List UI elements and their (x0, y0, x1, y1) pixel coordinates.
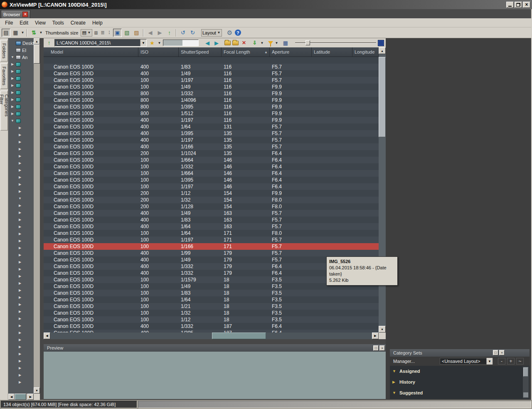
tree-expand-arrow-icon[interactable]: ▶ (18, 126, 22, 130)
scroll-right-icon[interactable]: ▶ (372, 333, 379, 339)
preview-panel-header[interactable]: Preview □ × (44, 344, 386, 352)
tree-expand-arrow-icon[interactable]: ▶ (18, 260, 22, 264)
up-directory-icon[interactable]: ↑ (165, 29, 174, 37)
settings-gear-icon[interactable]: ⚙ (225, 29, 234, 37)
category-sets-scrollbar[interactable] (523, 367, 529, 398)
table-row[interactable]: Canon EOS 100D2001/32154F8.0 (44, 197, 379, 203)
float-panel-icon[interactable]: □ (373, 345, 379, 351)
back-icon[interactable]: ◀ (146, 29, 155, 37)
path-combo[interactable]: L:\CANON 100D\04_2015\ ▼ (54, 39, 147, 47)
table-row[interactable] (44, 57, 379, 64)
tree-item-desktop[interactable]: Desktop (8, 39, 34, 47)
view-grid-dropdown-icon[interactable]: ▼ (21, 31, 25, 34)
tree-expand-arrow-icon[interactable]: ▶ (10, 62, 15, 66)
cs-scrollbar-thumb[interactable] (523, 367, 528, 377)
tree-expand-arrow-icon[interactable]: ▶ (18, 373, 22, 377)
list-icon[interactable]: ☰ (100, 29, 106, 37)
delete-icon[interactable]: ✕ (240, 39, 248, 47)
tree-expand-arrow-icon[interactable]: ▶ (18, 345, 22, 349)
add-category-button[interactable]: + (507, 358, 515, 365)
tree-item[interactable]: ▶ (8, 167, 34, 174)
table-row[interactable]: Canon EOS 100D8001/4096116F9.9 (44, 97, 379, 103)
tree-expand-arrow-icon[interactable]: ▶ (18, 303, 22, 306)
tree-item[interactable]: ▶ (8, 124, 34, 131)
table-row[interactable]: Canon EOS 100D1001/664146F6.4 (44, 157, 379, 163)
table-row[interactable]: Canon EOS 100D4001/83163F5.7 (44, 217, 379, 223)
panel-splitter[interactable] (40, 38, 44, 400)
color-grid-icon[interactable] (378, 40, 384, 46)
restore-button[interactable] (515, 2, 522, 8)
tree-item[interactable]: ▶ (8, 103, 34, 110)
rotate-cw-icon[interactable]: ↻ (188, 29, 197, 37)
edit-folder-icon[interactable] (232, 41, 239, 45)
column-header-shutterspeed[interactable]: ShutterSpeed (179, 47, 222, 57)
tree-item[interactable]: ▶ (8, 273, 34, 280)
tree-expand-arrow-icon[interactable]: ▶ (18, 359, 22, 363)
table-vertical-scrollbar[interactable]: ▲ ▼ (379, 47, 386, 333)
table-row[interactable]: Canon EOS 100D4001/99179F5.7 (44, 250, 379, 256)
tree-item[interactable]: ▶ (8, 82, 34, 89)
expand-arrow-icon[interactable]: ▼ (392, 369, 397, 373)
view-grid-icon[interactable]: ▦ (11, 29, 20, 37)
tree-item[interactable]: ▶ (8, 174, 34, 181)
tree-item[interactable]: ▶ (8, 110, 34, 117)
tree-item[interactable]: ▶ (8, 223, 34, 230)
side-tab-favorites[interactable]: Favorites (0, 63, 8, 89)
menu-view[interactable]: View (32, 19, 49, 27)
tree-expand-arrow-icon[interactable]: ▶ (18, 133, 22, 137)
tree-item[interactable]: ▶ (8, 350, 34, 357)
tree-item[interactable]: ▶ (8, 202, 34, 209)
float-panel-icon[interactable]: □ (493, 350, 498, 355)
tree-expand-arrow-icon[interactable]: ▶ (18, 352, 22, 356)
tree-item[interactable]: ▶ (8, 336, 34, 343)
thumbnail-size-slider[interactable] (295, 39, 376, 47)
tree-expand-arrow-icon[interactable]: ▶ (18, 140, 22, 144)
tree-item-an[interactable]: ▼An (8, 54, 34, 61)
tree-expand-arrow-icon[interactable]: ▶ (18, 232, 22, 236)
tree-expand-arrow-icon[interactable]: ▶ (10, 76, 15, 80)
scroll-left-icon[interactable]: ◀ (44, 333, 50, 339)
tree-expand-arrow-icon[interactable]: ▼ (10, 119, 15, 123)
tab-browser[interactable]: Browser × (1, 10, 30, 18)
table-row[interactable]: Canon EOS 100D2001/128154F8.0 (44, 203, 379, 210)
close-button[interactable]: × (523, 2, 530, 8)
sort-ascending-button-icon[interactable]: ⇩ (251, 39, 259, 47)
table-row[interactable]: Canon EOS 100D1001/197116F5.7 (44, 77, 379, 84)
table-row[interactable]: Canon EOS 100D1001/664146F6.4 (44, 170, 379, 177)
forward-icon[interactable]: ▶ (155, 29, 164, 37)
tree-hscrollbar-thumb[interactable] (15, 394, 26, 400)
column-header-longitude[interactable]: Longitude (352, 47, 379, 57)
tree-expand-arrow-icon[interactable]: ▶ (10, 112, 15, 116)
tree-expand-arrow-icon[interactable]: ▶ (18, 225, 22, 229)
tree-item[interactable]: ▶ (8, 181, 34, 188)
tree-expand-arrow-icon[interactable]: ▶ (10, 91, 15, 94)
side-tab-folders[interactable]: Folders (0, 40, 8, 62)
table-row[interactable]: Canon EOS 100D1001/2118F3.5 (44, 303, 379, 310)
table-row[interactable]: Canon EOS 100D2001/1024135F6.4 (44, 150, 379, 157)
tree-item[interactable]: ▼ (8, 195, 34, 202)
tree-item[interactable]: ▶ (8, 237, 34, 244)
tree-item-ei[interactable]: EI (8, 47, 34, 54)
expand-arrow-icon[interactable]: ▼ (392, 391, 397, 395)
scroll-right-icon[interactable]: ▶ (27, 394, 34, 400)
layout-select[interactable]: <Unsaved Layout> ▼ (440, 358, 493, 365)
tree-expand-arrow-icon[interactable]: ▶ (18, 274, 22, 278)
menu-edit[interactable]: Edit (16, 19, 32, 27)
tree-item[interactable]: ▶ (8, 301, 34, 308)
viewer-window-icon[interactable]: ▧ (123, 29, 131, 37)
tree-expand-arrow-icon[interactable]: ▶ (18, 161, 22, 165)
tab-close-icon[interactable]: × (22, 12, 28, 17)
column-header-model[interactable]: Model (44, 47, 138, 57)
tree-expand-arrow-icon[interactable]: ▶ (18, 190, 22, 193)
table-row[interactable]: Canon EOS 100D1001/3218F3.5 (44, 310, 379, 316)
table-hscrollbar-thumb[interactable] (212, 333, 266, 339)
tree-item[interactable]: ▶ (8, 216, 34, 223)
tree-expand-arrow-icon[interactable]: ▶ (18, 168, 22, 172)
tree-expand-arrow-icon[interactable]: ▶ (18, 175, 22, 179)
tree-item[interactable]: ▶ (8, 266, 34, 273)
favorites-dropdown-icon[interactable]: ▼ (158, 41, 161, 45)
rotate-ccw-icon[interactable]: ↺ (179, 29, 187, 37)
titlebar[interactable]: XnViewMP [L:\CANON 100D\04_2015\] × (0, 0, 532, 9)
section-suggested[interactable]: ▼Suggested (390, 387, 523, 398)
tree-item[interactable]: ▶ (8, 379, 34, 386)
